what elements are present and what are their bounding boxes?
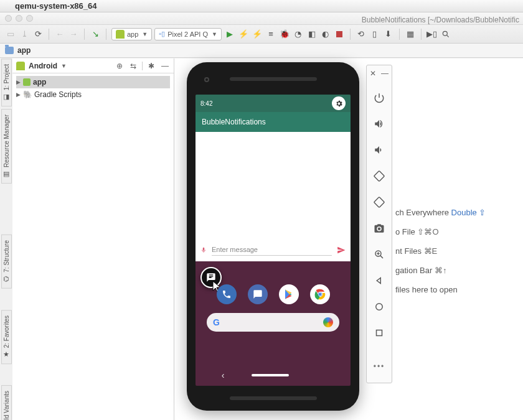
- nav-back-icon[interactable]: ←: [54, 29, 65, 40]
- sdk-manager-icon[interactable]: ⬇: [383, 29, 394, 40]
- messages-app-icon[interactable]: [248, 284, 268, 304]
- android-app-bar: BubbleNotifications: [196, 112, 351, 132]
- chrome-app-icon[interactable]: [310, 284, 330, 304]
- more-icon[interactable]: •••: [369, 357, 389, 376]
- project-panel: Android ▼ ⊕ ⇆ ✱ — ▶ app ▶ 🐘 Gradle Scrip…: [12, 58, 174, 420]
- android-launcher[interactable]: G ‹: [196, 262, 351, 386]
- assistant-icon[interactable]: [323, 317, 333, 327]
- nav-back-icon[interactable]: ‹: [222, 370, 225, 380]
- tree-item-app[interactable]: ▶ app: [16, 76, 170, 88]
- zoom-icon[interactable]: [369, 245, 389, 264]
- mac-app-name[interactable]: qemu-system-x86_64: [15, 1, 97, 11]
- nav-home-pill[interactable]: [252, 374, 289, 376]
- folder-icon: [5, 47, 14, 54]
- tree-item-gradle[interactable]: ▶ 🐘 Gradle Scripts: [16, 88, 170, 101]
- locate-icon[interactable]: ⊕: [115, 61, 125, 71]
- conversation-area[interactable]: Enter message: [196, 132, 351, 261]
- sync-icon[interactable]: ⟳: [32, 29, 44, 40]
- breadcrumb: app: [0, 44, 523, 58]
- ide-toolbar: ▭ ⤓ ⟳ ← → ↘ app ▼ ▫▯ Pixel 2 API Q ▼ ▶ ⚡…: [0, 25, 523, 44]
- project-mode-label[interactable]: Android: [29, 62, 57, 70]
- apply-changes-icon[interactable]: ⚡: [238, 29, 249, 40]
- back-icon[interactable]: [369, 271, 389, 291]
- emulator-toolbar: ✕ — •••: [366, 65, 392, 383]
- android-nav-bar: ‹: [196, 368, 351, 382]
- camera-icon[interactable]: [369, 218, 389, 238]
- avd-manager-icon[interactable]: ▯: [369, 29, 380, 40]
- tab-structure[interactable]: ⌬7: Structure: [1, 235, 12, 289]
- tab-resource-manager[interactable]: ▤Resource Manager: [1, 109, 12, 184]
- overview-icon[interactable]: [369, 323, 389, 343]
- open-icon[interactable]: ▭: [5, 29, 16, 40]
- emulator-minimize-icon[interactable]: —: [381, 69, 389, 78]
- attach-icon[interactable]: ◐: [320, 29, 331, 40]
- window-title: BubbleNotifications [~/Downloads/BubbleN…: [362, 14, 523, 24]
- traffic-close-icon[interactable]: [5, 15, 12, 22]
- app-title: BubbleNotifications: [202, 118, 266, 126]
- project-structure-icon[interactable]: ▶▯: [426, 29, 438, 40]
- hide-icon[interactable]: —: [160, 61, 170, 71]
- collapse-icon[interactable]: ⇆: [128, 61, 138, 71]
- mic-icon[interactable]: [200, 246, 207, 256]
- search-icon[interactable]: [440, 29, 451, 40]
- avd-icon[interactable]: ↘: [90, 29, 101, 40]
- run-config-combo[interactable]: app ▼: [111, 28, 152, 40]
- android-status-bar[interactable]: 8:42: [196, 95, 351, 112]
- save-icon[interactable]: ⤓: [19, 29, 30, 40]
- coverage-icon[interactable]: ◧: [306, 29, 318, 40]
- play-store-app-icon[interactable]: [279, 284, 299, 304]
- project-panel-header: Android ▼ ⊕ ⇆ ✱ —: [12, 58, 174, 73]
- nav-fwd-icon[interactable]: →: [68, 29, 79, 40]
- breadcrumb-segment[interactable]: app: [17, 46, 31, 55]
- google-search-bar[interactable]: G: [207, 313, 339, 332]
- svg-line-9: [380, 256, 383, 258]
- tip-link[interactable]: Double: [451, 208, 477, 217]
- tree-label: app: [33, 78, 46, 86]
- device-combo[interactable]: ▫▯ Pixel 2 API Q ▼: [154, 28, 222, 40]
- run-button[interactable]: ▶: [224, 29, 235, 40]
- svg-rect-13: [377, 330, 382, 336]
- svg-point-5: [318, 293, 321, 296]
- expand-icon[interactable]: ▶: [16, 91, 21, 98]
- svg-point-12: [376, 304, 383, 310]
- device-screen[interactable]: 8:42 BubbleNotifications Enter message: [196, 95, 351, 386]
- gear-icon[interactable]: ✱: [146, 61, 156, 71]
- phone-app-icon[interactable]: [217, 284, 237, 304]
- emulator-close-icon[interactable]: ✕: [370, 69, 376, 78]
- apply-code-icon[interactable]: ⚡: [252, 29, 263, 40]
- rotate-left-icon[interactable]: [369, 166, 389, 186]
- debug-icon[interactable]: ≡: [265, 29, 276, 40]
- tab-favorites[interactable]: ★2: Favorites: [1, 310, 12, 364]
- camera-icon: [204, 77, 209, 82]
- power-icon[interactable]: [369, 88, 389, 108]
- bug-icon[interactable]: 🐞: [279, 29, 290, 40]
- sync-gradle-icon[interactable]: ⟲: [356, 29, 367, 40]
- module-icon: [23, 78, 31, 86]
- tab-build-variants[interactable]: ≣Build Variants: [1, 385, 12, 420]
- tip-goto-file: o File ⇧⌘O: [395, 227, 523, 236]
- project-tree: ▶ app ▶ 🐘 Gradle Scripts: [12, 73, 174, 103]
- expand-icon[interactable]: ▶: [16, 79, 21, 85]
- mac-menubar: qemu-system-x86_64: [0, 0, 523, 12]
- send-icon[interactable]: [337, 246, 346, 256]
- tab-project[interactable]: ◨1: Project: [1, 58, 12, 106]
- profile-icon[interactable]: ◔: [293, 29, 304, 40]
- layout-inspector-icon[interactable]: ▦: [405, 29, 416, 40]
- traffic-zoom-icon[interactable]: [26, 15, 33, 22]
- android-icon: [16, 62, 25, 70]
- home-icon[interactable]: [369, 297, 389, 317]
- volume-up-icon[interactable]: [369, 114, 389, 134]
- settings-bubble-icon[interactable]: [332, 96, 346, 110]
- tip-recent-files: nt Files ⌘E: [395, 246, 523, 256]
- editor-tips: ch Everywhere Double ⇧ o File ⇧⌘O nt Fil…: [395, 208, 523, 294]
- speaker-icon: [230, 77, 317, 81]
- gradle-icon: 🐘: [23, 90, 32, 99]
- stop-button[interactable]: [334, 29, 345, 40]
- volume-down-icon[interactable]: [369, 140, 389, 160]
- status-time: 8:42: [200, 100, 212, 107]
- svg-rect-6: [374, 171, 385, 182]
- message-input[interactable]: Enter message: [212, 246, 332, 256]
- rotate-right-icon[interactable]: [369, 192, 389, 212]
- traffic-min-icon[interactable]: [16, 15, 22, 22]
- tree-label: Gradle Scripts: [34, 90, 82, 99]
